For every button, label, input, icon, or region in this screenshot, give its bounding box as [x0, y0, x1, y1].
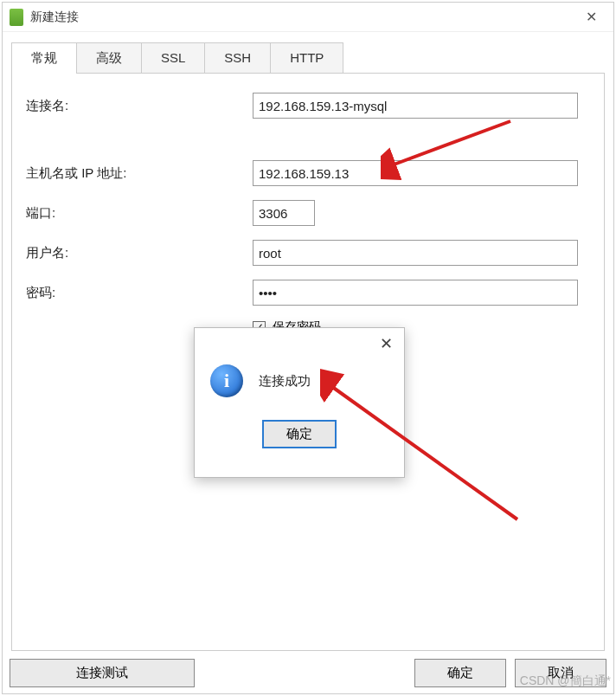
user-label: 用户名:: [26, 245, 253, 261]
info-icon: i: [210, 364, 243, 397]
tab-ssh[interactable]: SSH: [204, 42, 271, 74]
modal-message: 连接成功: [259, 373, 311, 390]
watermark: CSDN @簡白通*: [520, 673, 611, 689]
host-label: 主机名或 IP 地址:: [26, 165, 253, 182]
tab-advanced[interactable]: 高级: [76, 42, 142, 74]
modal-titlebar: ✕: [195, 328, 404, 359]
test-connection-button[interactable]: 连接测试: [10, 659, 195, 687]
tab-bar: 常规 高级 SSL SSH HTTP: [11, 42, 613, 74]
message-dialog: ✕ i 连接成功 确定: [194, 327, 405, 478]
modal-close-icon[interactable]: ✕: [373, 334, 399, 353]
user-input[interactable]: [253, 240, 578, 266]
conn-name-label: 连接名:: [26, 98, 253, 114]
window-title: 新建连接: [30, 10, 575, 25]
modal-ok-button[interactable]: 确定: [262, 420, 337, 448]
tab-general[interactable]: 常规: [11, 42, 77, 74]
host-input[interactable]: [253, 160, 578, 186]
conn-name-input[interactable]: [253, 93, 578, 119]
port-label: 端口:: [26, 205, 253, 222]
pass-label: 密码:: [26, 285, 253, 301]
close-icon[interactable]: ✕: [575, 9, 606, 25]
titlebar: 新建连接 ✕: [3, 3, 613, 32]
tab-http[interactable]: HTTP: [270, 42, 343, 74]
pass-input[interactable]: [253, 280, 578, 306]
app-icon: [10, 9, 23, 26]
ok-button[interactable]: 确定: [414, 659, 506, 687]
tab-ssl[interactable]: SSL: [141, 42, 205, 74]
port-input[interactable]: [253, 200, 315, 226]
